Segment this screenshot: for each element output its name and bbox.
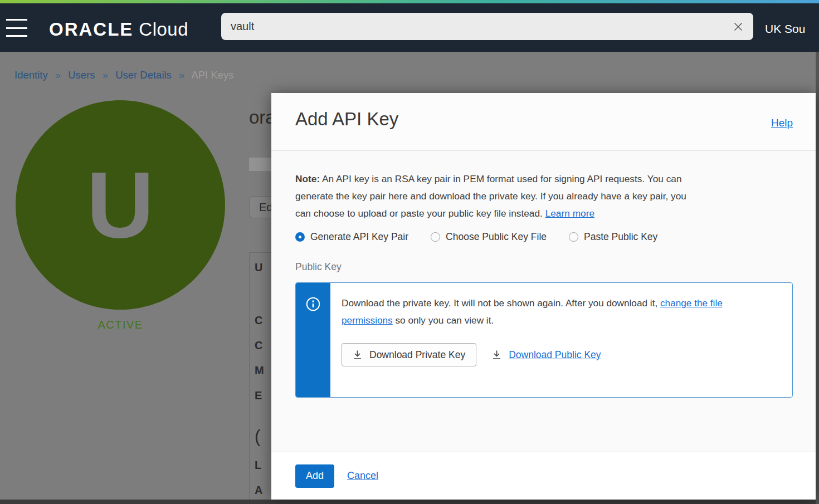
learn-more-link[interactable]: Learn more — [545, 208, 594, 219]
region-selector[interactable]: UK Sou — [765, 22, 819, 36]
cancel-link[interactable]: Cancel — [347, 470, 378, 482]
logo-cloud-text: Cloud — [139, 19, 188, 40]
search-input[interactable]: vault — [221, 13, 753, 40]
hamburger-icon — [6, 19, 27, 21]
status-badge: ACTIVE — [16, 319, 225, 331]
info-banner-text: Download the private key. It will not be… — [342, 295, 775, 329]
breadcrumb-separator: » — [179, 69, 184, 81]
key-source-radio-group: Generate API Key Pair Choose Public Key … — [295, 231, 657, 243]
panel-label-fragment: C — [255, 315, 262, 326]
download-public-key-link[interactable]: Download Public Key — [509, 349, 601, 361]
download-buttons-row: Download Private Key Download Public Key — [342, 343, 775, 366]
breadcrumb-api-keys: API Keys — [191, 69, 233, 81]
download-public-key-group: Download Public Key — [492, 349, 601, 361]
radio-generate-api-key-pair[interactable]: Generate API Key Pair — [295, 231, 408, 243]
info-icon — [305, 296, 321, 312]
modal-title: Add API Key — [295, 109, 398, 130]
add-api-key-modal: Add API Key Help Note: An API key is an … — [271, 93, 816, 500]
search-clear-button[interactable] — [729, 17, 748, 36]
page-scrollbar[interactable] — [816, 52, 819, 504]
logo-oracle-text: ORACLE — [49, 19, 133, 40]
panel-label-fragment: ( — [255, 428, 260, 445]
radio-label: Generate API Key Pair — [310, 231, 408, 243]
radio-unselected-icon[interactable] — [431, 232, 440, 242]
modal-footer: Add Cancel — [271, 452, 816, 500]
top-navigation-bar: ORACLE Cloud vault UK Sou — [0, 3, 819, 52]
breadcrumb-separator: » — [55, 69, 61, 81]
breadcrumb-separator: » — [103, 69, 108, 81]
help-link[interactable]: Help — [771, 117, 793, 129]
breadcrumb-user-details: User Details — [115, 69, 172, 81]
breadcrumb-users: Users — [68, 69, 95, 81]
note-text: Note: An API key is an RSA key pair in P… — [295, 170, 686, 222]
radio-unselected-icon[interactable] — [569, 232, 578, 242]
search-value: vault — [231, 13, 254, 40]
panel-label-fragment: A — [255, 485, 262, 496]
note-line: An API key is an RSA key pair in PEM for… — [322, 173, 682, 184]
panel-label-fragment: E — [255, 390, 262, 401]
note-bold: Note: — [295, 173, 320, 184]
modal-header: Add API Key Help — [271, 93, 816, 151]
page-bottom-strip — [0, 500, 819, 504]
info-text-before: Download the private key. It will not be… — [342, 297, 660, 309]
info-text-after: so only you can view it. — [393, 315, 494, 326]
info-banner-stripe — [296, 283, 330, 397]
panel-label-fragment: M — [255, 365, 264, 376]
radio-label: Choose Public Key File — [446, 231, 547, 243]
radio-paste-public-key[interactable]: Paste Public Key — [569, 231, 657, 243]
info-banner: Download the private key. It will not be… — [295, 282, 793, 398]
download-private-key-label: Download Private Key — [369, 349, 465, 361]
avatar-initial: U — [86, 158, 154, 252]
user-avatar: U — [16, 100, 225, 310]
note-line: generate the key pair here and download … — [295, 188, 686, 205]
close-icon — [732, 21, 744, 33]
hamburger-icon — [6, 27, 27, 29]
menu-button[interactable] — [6, 18, 28, 38]
panel-label-fragment: U — [255, 262, 262, 273]
panel-label-fragment: L — [255, 459, 261, 471]
download-private-key-button[interactable]: Download Private Key — [342, 343, 476, 366]
add-button[interactable]: Add — [295, 464, 334, 488]
download-icon — [492, 350, 501, 360]
download-icon — [353, 350, 362, 360]
breadcrumb: Identity » Users » User Details » API Ke… — [14, 69, 234, 81]
radio-selected-icon[interactable] — [295, 232, 305, 242]
oracle-cloud-logo[interactable]: ORACLE Cloud — [49, 18, 188, 41]
info-banner-content: Download the private key. It will not be… — [330, 283, 786, 397]
breadcrumb-identity: Identity — [14, 69, 48, 81]
note-line: can choose to upload or paste your publi… — [295, 208, 543, 219]
radio-label: Paste Public Key — [584, 231, 657, 243]
radio-choose-public-key-file[interactable]: Choose Public Key File — [431, 231, 547, 243]
public-key-field-label: Public Key — [295, 261, 342, 273]
panel-label-fragment: C — [255, 340, 262, 351]
oracle-cloud-console: ORACLE Cloud vault UK Sou Identity » Use… — [0, 0, 819, 504]
hamburger-icon — [6, 35, 27, 37]
